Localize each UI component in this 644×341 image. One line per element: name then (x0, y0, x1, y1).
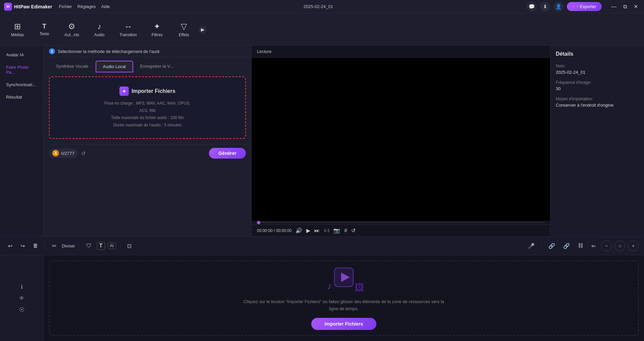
refresh-button[interactable]: ↺ (81, 150, 86, 157)
tool-effets[interactable]: ▽ Effets (172, 19, 196, 40)
circle-button[interactable]: ○ (614, 240, 625, 251)
rotate-icon-btn[interactable]: ↺ (351, 227, 356, 234)
progress-dot (257, 221, 260, 224)
import-audio-area[interactable]: + Importer Fichiers Prise en charge : MP… (49, 76, 246, 139)
counter-badge: A 0/2777 (49, 149, 78, 158)
project-title: 2025-02-24_01 (304, 4, 333, 9)
timeline-icon-group: ♪ 🖼 (324, 266, 364, 293)
undo-button[interactable]: ↩ (5, 241, 15, 250)
download-icon-btn[interactable]: ⬇ (540, 2, 550, 12)
delete-button[interactable]: 🗑 (30, 241, 41, 250)
sidebar-item-resultat[interactable]: Résultat (2, 91, 41, 103)
generate-button[interactable]: Générer (209, 148, 246, 159)
divider-4 (541, 242, 542, 250)
user-icon-btn[interactable]: 👤 (553, 2, 564, 12)
animations-label: Aut...nts (64, 33, 79, 37)
import-plus-header: + Importer Fichiers (119, 87, 175, 96)
time-display: 00:00:00 / 00:00:00 (257, 228, 291, 233)
grid-icon-btn[interactable]: # (344, 228, 347, 234)
effets-label: Effets (179, 33, 189, 37)
image-icon: 🖼 (355, 282, 364, 293)
text-overlay-button[interactable]: T (97, 242, 105, 250)
freq-value: 30 (556, 86, 639, 91)
info-icon: ℹ (49, 48, 55, 54)
title-actions: 💬 ⬇ 👤 ↑ ↑ Exporter — ⧉ ✕ (527, 2, 640, 12)
details-title: Détails (556, 51, 639, 57)
divider-1 (45, 242, 45, 250)
chain-button[interactable]: ⛓ (575, 241, 586, 250)
left-sidebar: Avatar IA Faire Photo Pa... Synchronisat… (0, 46, 44, 236)
filtres-icon: ✦ (154, 22, 160, 31)
cut-icon-button[interactable]: ✂ (49, 241, 59, 250)
chat-icon-btn[interactable]: 💬 (527, 2, 537, 12)
toolbar-more-arrow[interactable]: ▶ (199, 25, 207, 34)
title-bar: H HitPaw Edimaker Fichier Réglages Aide … (0, 0, 644, 13)
audio-icon: ♪ (97, 22, 101, 31)
menu-reglages[interactable]: Réglages (77, 4, 96, 9)
transition-icon: ↔ (124, 22, 132, 31)
redo-button[interactable]: ↪ (18, 241, 28, 250)
timeline-main: ♪ 🖼 Cliquez sur le bouton "Importer Fich… (49, 261, 639, 336)
tool-medias[interactable]: ⊞ Médias (5, 19, 30, 40)
tool-animations[interactable]: ⚙ Aut...nts (59, 19, 85, 40)
main-toolbar: ⊞ Médias T Texte ⚙ Aut...nts ♪ Audio ↔ T… (0, 13, 644, 46)
minimize-button[interactable]: — (609, 3, 619, 10)
title-center: 2025-02-24_01 (110, 4, 527, 9)
counter-text: 0/2777 (61, 151, 74, 156)
import-area-container: + Importer Fichiers Prise en charge : MP… (44, 72, 251, 144)
play-icon-large (333, 267, 355, 293)
texte-label: Texte (40, 32, 49, 36)
tool-transition[interactable]: ↔ Transition (114, 19, 142, 40)
import-title: Importer Fichiers (131, 88, 175, 94)
menu-aide[interactable]: Aide (101, 4, 110, 9)
ai-button[interactable]: AI (108, 242, 116, 249)
sidebar-item-faire-photo[interactable]: Faire Photo Pa... (2, 61, 41, 78)
shield-button[interactable]: 🛡 (84, 241, 94, 250)
import-desc: Prise en charge : MP3, WAV, AAC, M4A, OP… (56, 100, 238, 129)
tool-audio[interactable]: ♪ Audio (87, 19, 111, 40)
close-button[interactable]: ✕ (632, 3, 640, 10)
preview-video (252, 58, 550, 221)
animations-icon: ⚙ (68, 22, 75, 31)
tool-texte[interactable]: T Texte (32, 20, 56, 39)
audio-tabs: Synthèse Vocale Audio Local Enregistrer … (44, 57, 251, 72)
timeline-info-btn[interactable]: ℹ (21, 284, 23, 290)
timeline-area: ℹ 👁 ⦿ ♪ 🖼 Cliquez sur le bouton "Importe (0, 255, 644, 341)
counter-icon: A (52, 150, 59, 157)
logo-icon: H (4, 3, 12, 11)
plus-circle-button[interactable]: + (628, 240, 639, 251)
sidebar-item-avatar-ia[interactable]: Avatar IA (2, 49, 41, 61)
camera-icon-btn[interactable]: 📷 (333, 227, 340, 234)
timeline-eye-btn[interactable]: 👁 (19, 295, 24, 301)
maximize-button[interactable]: ⧉ (621, 3, 629, 10)
mic-button[interactable]: 🎤 (525, 241, 537, 250)
medias-label: Médias (11, 33, 24, 37)
audio-label: Audio (94, 33, 105, 37)
center-and-preview: ℹ Sélectionner la méthode de téléchargem… (44, 46, 550, 236)
menu-fichier[interactable]: Fichier (59, 4, 72, 9)
minus-circle-button[interactable]: − (601, 240, 612, 251)
sidebar-item-synchronisation[interactable]: Synchronisati... (2, 79, 41, 91)
effets-icon: ▽ (181, 22, 187, 31)
timeline-target-btn[interactable]: ⦿ (19, 307, 24, 313)
middle-section: Avatar IA Faire Photo Pa... Synchronisat… (0, 46, 644, 236)
volume-button[interactable]: 🔊 (296, 227, 302, 234)
timeline-import-button[interactable]: Importer Fichiers (311, 318, 376, 330)
tool-filtres[interactable]: ✦ Filtres (145, 19, 169, 40)
link2-button[interactable]: 🔗 (560, 241, 573, 250)
freq-label: Fréquence d'image: (556, 80, 639, 85)
play-button[interactable]: ▶ (306, 227, 310, 234)
medias-icon: ⊞ (14, 22, 21, 31)
link1-button[interactable]: 🔗 (546, 241, 558, 250)
cut-label[interactable]: Diviser (62, 243, 75, 248)
box-button[interactable]: ⊡ (124, 241, 134, 250)
left-arrow-button[interactable]: ⇐ (589, 241, 598, 250)
tab-synthese-vocale[interactable]: Synthèse Vocale (49, 61, 96, 72)
tab-enregistrer[interactable]: Enregistrer la V... (133, 61, 180, 72)
window-controls: — ⧉ ✕ (609, 3, 640, 10)
tab-audio-local[interactable]: Audio Local (96, 61, 133, 72)
export-button[interactable]: ↑ ↑ Exporter (567, 2, 602, 11)
next-button[interactable]: ⏭ (314, 228, 320, 234)
audio-panel: ℹ Sélectionner la méthode de téléchargem… (44, 46, 252, 236)
ratio-display: 4:3 (324, 228, 329, 233)
